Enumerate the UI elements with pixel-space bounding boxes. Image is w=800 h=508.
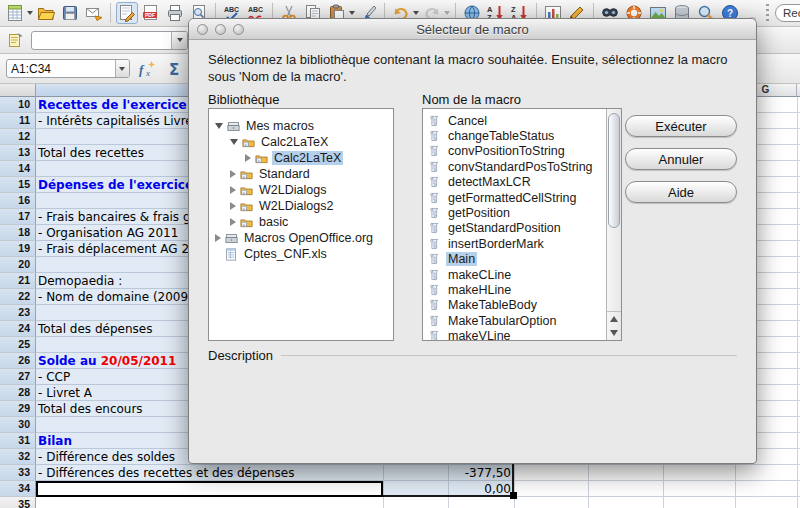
print-button[interactable] bbox=[164, 2, 186, 24]
tree-item-basic[interactable]: sbasic bbox=[209, 214, 393, 230]
row-header-32[interactable]: 32 bbox=[0, 449, 36, 465]
function-wizard-button[interactable]: fx bbox=[136, 58, 158, 80]
style-combobox-dropdown[interactable] bbox=[171, 32, 187, 49]
cell-value-c34[interactable]: 0,00 bbox=[384, 481, 511, 497]
row-header-35[interactable]: 35 bbox=[0, 497, 36, 508]
disclosure-closed-icon[interactable] bbox=[230, 186, 236, 194]
row-header-28[interactable]: 28 bbox=[0, 385, 36, 401]
active-cell-cursor[interactable] bbox=[36, 481, 383, 497]
open-button[interactable] bbox=[35, 2, 57, 24]
tree-item-w2ldialogs2[interactable]: sW2LDialogs2 bbox=[209, 198, 393, 214]
row-header-14[interactable]: 14 bbox=[0, 161, 36, 177]
cell-a32[interactable]: - Différence des soldes bbox=[38, 449, 175, 465]
macro-item-detectmaxlcr[interactable]: detectMaxLCR bbox=[423, 175, 606, 190]
cell-a15[interactable]: Dépenses de l'exercice bbox=[38, 177, 193, 193]
macro-item-convstandardpostostring[interactable]: convStandardPosToString bbox=[423, 159, 606, 174]
dropdown-caret-icon[interactable] bbox=[27, 11, 33, 15]
cancel-button[interactable]: Annuler bbox=[625, 148, 737, 170]
macro-item-insertbordermark[interactable]: insertBorderMark bbox=[423, 236, 606, 251]
cell-a21[interactable]: Demopaedia : bbox=[38, 273, 122, 289]
row-header-24[interactable]: 24 bbox=[0, 321, 36, 337]
macro-item-makevline[interactable]: makeVLine bbox=[423, 328, 606, 341]
new-document-button[interactable] bbox=[4, 2, 33, 24]
cell-a28[interactable]: - Livret A bbox=[38, 385, 92, 401]
row-header-13[interactable]: 13 bbox=[0, 145, 36, 161]
row-header-18[interactable]: 18 bbox=[0, 225, 36, 241]
cell-a18[interactable]: - Organisation AG 2011 bbox=[38, 225, 178, 241]
search-input[interactable] bbox=[775, 4, 800, 22]
row-header-25[interactable]: 25 bbox=[0, 337, 36, 353]
disclosure-closed-icon[interactable] bbox=[215, 234, 221, 242]
macro-item-makecline[interactable]: makeCLine bbox=[423, 267, 606, 282]
scroll-down-button[interactable] bbox=[607, 326, 621, 340]
dropdown-caret-icon[interactable] bbox=[349, 11, 355, 15]
styles-icon[interactable] bbox=[5, 29, 27, 51]
macro-item-main[interactable]: Main bbox=[423, 252, 606, 267]
row-header-26[interactable]: 26 bbox=[0, 353, 36, 369]
row-header-31[interactable]: 31 bbox=[0, 433, 36, 449]
dropdown-caret-icon[interactable] bbox=[413, 11, 419, 15]
cell-a11[interactable]: - Intérêts capitalisés Livret bbox=[38, 113, 197, 129]
tree-item-standard[interactable]: sStandard bbox=[209, 166, 393, 182]
row-header-21[interactable]: 21 bbox=[0, 273, 36, 289]
macro-item-makehline[interactable]: makeHLine bbox=[423, 282, 606, 297]
row-header-19[interactable]: 19 bbox=[0, 241, 36, 257]
cell-a33[interactable]: - Différences des recettes et des dépens… bbox=[38, 465, 295, 481]
execute-button[interactable]: Exécuter bbox=[625, 115, 737, 137]
cell-a24[interactable]: Total des dépenses bbox=[38, 321, 152, 337]
cell-a26[interactable]: Solde au 20/05/2011 bbox=[38, 353, 176, 369]
macro-item-maketabularoption[interactable]: MakeTabularOption bbox=[423, 313, 606, 328]
row-header-33[interactable]: 33 bbox=[0, 465, 36, 481]
disclosure-closed-icon[interactable] bbox=[230, 202, 236, 210]
row-header-12[interactable]: 12 bbox=[0, 129, 36, 145]
cell-a22[interactable]: - Nom de domaine (2009, 2 bbox=[38, 289, 203, 305]
row-header-17[interactable]: 17 bbox=[0, 209, 36, 225]
scroll-up-button[interactable] bbox=[607, 312, 621, 326]
help-button[interactable]: Aide bbox=[625, 181, 737, 203]
library-tree[interactable]: Mes macrossCalc2LaTeXsCalc2LaTeXsStandar… bbox=[208, 108, 394, 341]
cell-value-c33[interactable]: -377,50 bbox=[384, 465, 511, 481]
select-all-corner[interactable] bbox=[0, 84, 36, 97]
row-header-34[interactable]: 34 bbox=[0, 481, 36, 497]
edit-file-button[interactable] bbox=[116, 2, 138, 24]
disclosure-open-icon[interactable] bbox=[215, 123, 223, 129]
row-header-29[interactable]: 29 bbox=[0, 401, 36, 417]
macro-item-getformattedcellstring[interactable]: getFormattedCellString bbox=[423, 190, 606, 205]
macro-item-cancel[interactable]: Cancel bbox=[423, 113, 606, 128]
row-header-30[interactable]: 30 bbox=[0, 417, 36, 433]
disclosure-closed-icon[interactable] bbox=[230, 170, 236, 178]
row-header-20[interactable]: 20 bbox=[0, 257, 36, 273]
tree-item-calc2latex[interactable]: sCalc2LaTeX bbox=[209, 134, 393, 150]
macro-item-convpositiontostring[interactable]: convPositionToString bbox=[423, 144, 606, 159]
export-pdf-button[interactable]: PDF bbox=[140, 2, 162, 24]
macro-item-getposition[interactable]: getPosition bbox=[423, 205, 606, 220]
disclosure-open-icon[interactable] bbox=[230, 139, 238, 145]
tree-item-mes-macros[interactable]: Mes macros bbox=[209, 118, 393, 134]
dropdown-caret-icon[interactable] bbox=[444, 11, 450, 15]
row-header-15[interactable]: 15 bbox=[0, 177, 36, 193]
cell-a13[interactable]: Total des recettes bbox=[38, 145, 144, 161]
macro-list[interactable]: CancelchangeTableStatusconvPositionToStr… bbox=[422, 108, 622, 341]
row-header-10[interactable]: 10 bbox=[0, 97, 36, 113]
tree-item-calc2latex[interactable]: sCalc2LaTeX bbox=[209, 150, 393, 166]
disclosure-closed-icon[interactable] bbox=[245, 154, 251, 162]
cell-a19[interactable]: - Frais déplacement AG 20 bbox=[38, 241, 197, 257]
cell-a10[interactable]: Recettes de l'exercice bbox=[38, 97, 187, 113]
disclosure-closed-icon[interactable] bbox=[230, 218, 236, 226]
cell-a31[interactable]: Bilan bbox=[38, 433, 72, 449]
name-box-input[interactable] bbox=[7, 60, 115, 77]
macro-item-changetablestatus[interactable]: changeTableStatus bbox=[423, 128, 606, 143]
name-box[interactable] bbox=[6, 59, 130, 78]
scrollbar-thumb[interactable] bbox=[608, 113, 620, 228]
tree-item-cptes-cnf-xls[interactable]: Cptes_CNF.xls bbox=[209, 246, 393, 262]
sum-button[interactable]: Σ bbox=[164, 58, 186, 80]
style-combobox[interactable] bbox=[31, 31, 188, 50]
selection-fill-handle[interactable] bbox=[510, 492, 517, 499]
name-box-dropdown[interactable] bbox=[115, 60, 129, 77]
email-button[interactable] bbox=[83, 2, 105, 24]
dialog-titlebar[interactable]: Sélecteur de macro bbox=[189, 19, 756, 40]
cell-a27[interactable]: - CCP bbox=[38, 369, 70, 385]
save-button[interactable] bbox=[59, 2, 81, 24]
tree-item-macros-openoffice-org[interactable]: Macros OpenOffice.org bbox=[209, 230, 393, 246]
row-header-22[interactable]: 22 bbox=[0, 289, 36, 305]
